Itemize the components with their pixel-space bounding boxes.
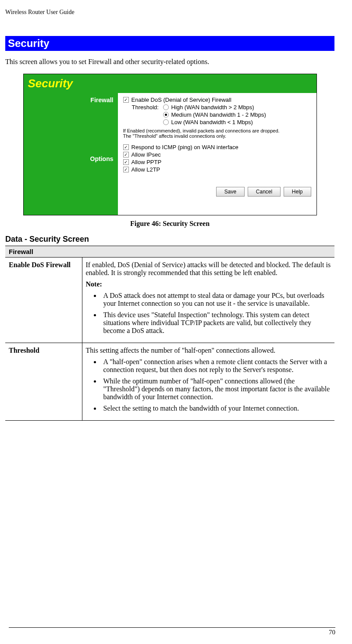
row1-bullet1: A DoS attack does not attempt to steal d… [101, 292, 331, 308]
table-row: Enable DoS Firewall If enabled, DoS (Den… [5, 258, 334, 343]
row1-desc: If enabled, DoS (Denial of Service) atta… [82, 258, 334, 343]
cancel-button[interactable]: Cancel [248, 187, 281, 197]
screenshot-title-bar: Security [24, 74, 316, 93]
security-data-table: Firewall Enable DoS Firewall If enabled,… [5, 246, 334, 421]
threshold-high-radio[interactable] [163, 104, 169, 110]
screenshot-title: Security [28, 77, 73, 90]
pptp-checkbox[interactable] [123, 159, 129, 165]
section-title: Security [5, 36, 334, 51]
row2-bullet3: Select the setting to match the bandwidt… [101, 404, 331, 412]
sidebar-label-options: Options [28, 155, 114, 162]
row2-bullet2: While the optimum number of "half-open" … [101, 377, 331, 401]
row1-label: Enable DoS Firewall [5, 258, 82, 343]
document-header: Wireless Router User Guide [5, 9, 334, 18]
enable-dos-label: Enable DoS (Denial of Service) Firewall [132, 97, 231, 103]
threshold-medium-radio[interactable] [163, 112, 169, 118]
enable-dos-checkbox[interactable] [123, 97, 129, 103]
sidebar-label-firewall: Firewall [28, 97, 114, 104]
screenshot-sidebar: Firewall Options [24, 93, 118, 215]
ipsec-label: Allow IPsec [132, 151, 161, 158]
ipsec-checkbox[interactable] [123, 152, 129, 157]
threshold-low-label: Low (WAN bandwidth < 1 Mbps) [171, 119, 253, 125]
threshold-high-label: High (WAN bandwidth > 2 Mbps) [171, 104, 254, 111]
row2-label: Threshold [5, 343, 82, 421]
screenshot-content: Enable DoS (Denial of Service) Firewall … [118, 93, 316, 215]
pptp-label: Allow PPTP [132, 159, 162, 165]
icmp-checkbox[interactable] [123, 144, 129, 150]
row2-p1: This setting affects the number of "half… [86, 347, 331, 354]
threshold-label: Threshold: [132, 104, 160, 111]
help-button[interactable]: Help [284, 187, 311, 197]
l2tp-checkbox[interactable] [123, 167, 129, 172]
threshold-medium-label: Medium (WAN bandwidth 1 - 2 Mbps) [171, 111, 266, 118]
row1-note-label: Note: [86, 280, 102, 288]
row1-p1: If enabled, DoS (Denial of Service) atta… [86, 261, 331, 277]
table-group-row: Firewall [5, 246, 334, 258]
row1-bullet2: This device uses "Stateful Inspection" t… [101, 311, 331, 335]
screenshot-note-line1: If Enabled (recommended), invalid packet… [123, 128, 280, 133]
screenshot-note-line2: The "Threshold" affects invalid connecti… [123, 133, 226, 139]
table-group-header: Firewall [5, 246, 334, 258]
data-subheading: Data - Security Screen [5, 235, 334, 244]
intro-paragraph: This screen allows you to set Firewall a… [5, 58, 334, 66]
l2tp-label: Allow L2TP [132, 166, 160, 173]
icmp-label: Respond to ICMP (ping) on WAN interface [132, 144, 238, 150]
figure-caption: Figure 46: Security Screen [5, 220, 334, 228]
row2-desc: This setting affects the number of "half… [82, 343, 334, 421]
save-button[interactable]: Save [216, 187, 245, 197]
table-row: Threshold This setting affects the numbe… [5, 343, 334, 421]
page-number: 70 [9, 627, 335, 636]
security-screenshot: Security Firewall Options Enable DoS (De… [23, 74, 317, 215]
row2-bullet1: A "half-open" connection arises when a r… [101, 358, 331, 374]
threshold-low-radio[interactable] [163, 119, 169, 125]
